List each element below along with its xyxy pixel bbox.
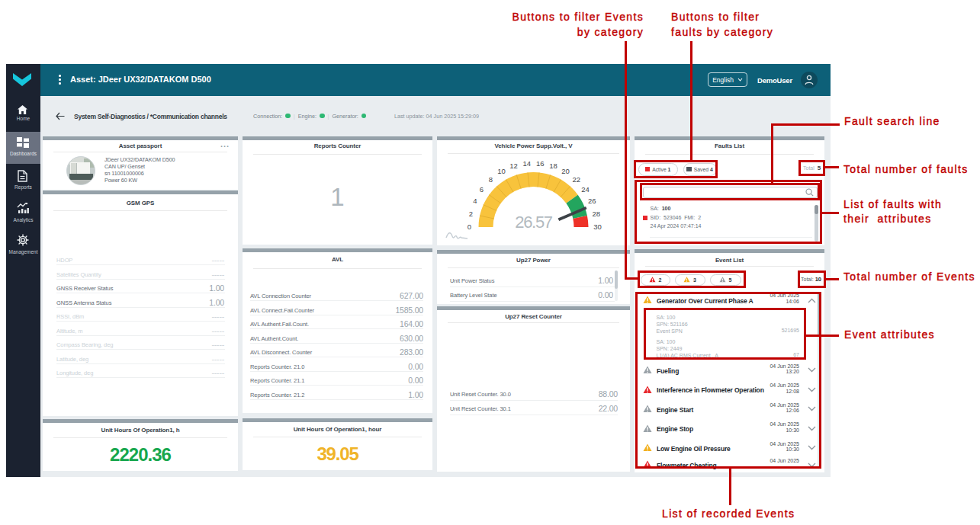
svg-text:24: 24 [581,185,590,194]
svg-text:14: 14 [522,159,531,168]
svg-text:16: 16 [536,159,545,168]
svg-text:12: 12 [509,162,518,170]
svg-text:22: 22 [572,175,580,184]
svg-text:20: 20 [561,167,570,175]
svg-text:26: 26 [588,197,596,205]
svg-text:4: 4 [473,197,477,205]
svg-text:6: 6 [480,185,484,194]
svg-text:10: 10 [497,167,506,175]
svg-text:18: 18 [549,162,557,170]
svg-text:8: 8 [489,175,493,184]
